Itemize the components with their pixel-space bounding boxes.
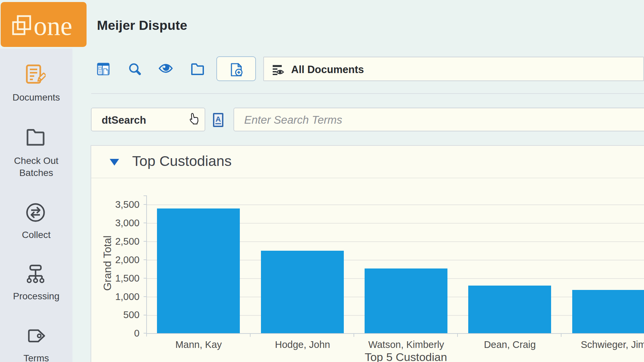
- svg-text:A: A: [216, 115, 221, 123]
